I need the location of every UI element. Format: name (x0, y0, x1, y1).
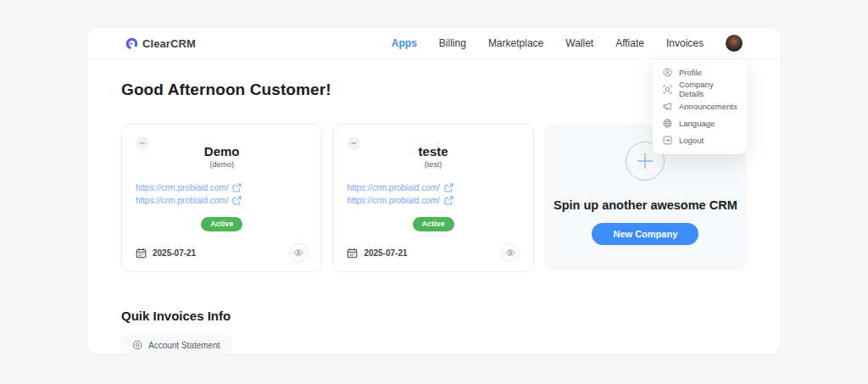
eye-icon (293, 248, 303, 258)
clearcrm-logo-icon (125, 37, 138, 50)
account-statement-label: Account Statement (148, 341, 220, 350)
card-footer: 2025-07-21 (347, 243, 519, 262)
brand-name: ClearCRM (142, 37, 196, 50)
company-url-text: https://crm.probiaid.com/ (136, 181, 228, 194)
menu-item-logout[interactable]: Logout (653, 131, 747, 148)
company-card-demo: Demo (demo) https://crm.probiaid.com/ ht… (121, 124, 322, 272)
globe-icon (663, 119, 672, 128)
menu-item-profile[interactable]: Profile (653, 64, 747, 81)
company-url-link[interactable]: https://crm.probiaid.com/ (347, 181, 519, 194)
nav-item-apps[interactable]: Apps (392, 37, 417, 49)
nav-item-affiate[interactable]: Affiate (615, 37, 644, 49)
account-statement-button[interactable]: Account Statement (121, 335, 231, 355)
invoices-section: Quik Invoices Info Account Statement (121, 309, 747, 355)
company-url-text: https://crm.probiaid.com/ (347, 181, 439, 194)
nav-item-marketplace[interactable]: Marketplace (488, 37, 543, 49)
menu-item-label: Profile (679, 68, 702, 77)
company-url-link[interactable]: https://crm.probiaid.com/ (347, 194, 519, 207)
calendar-icon (136, 248, 147, 259)
company-subtitle: (test) (347, 160, 519, 169)
app-container: ClearCRM Apps Billing Marketplace Wallet… (87, 28, 781, 354)
nav-item-billing[interactable]: Billing (439, 37, 466, 49)
company-scan-icon (663, 85, 672, 94)
logout-icon (663, 136, 672, 145)
eye-icon (505, 248, 515, 258)
view-company-button[interactable] (289, 243, 308, 262)
invoices-section-title: Quik Invoices Info (121, 309, 747, 323)
view-company-button[interactable] (501, 243, 520, 262)
company-url-link[interactable]: https://crm.probiaid.com/ (136, 181, 308, 194)
company-title: teste (347, 144, 519, 159)
nav-item-invoices[interactable]: Invoices (666, 37, 704, 49)
plus-icon (636, 152, 654, 170)
menu-item-label: Language (679, 119, 715, 128)
status-badge: Active (413, 217, 454, 231)
new-company-button[interactable]: New Company (592, 223, 698, 245)
card-date-text: 2025-07-21 (153, 248, 196, 258)
user-avatar[interactable] (726, 35, 743, 52)
status-badge: Active (201, 217, 242, 231)
external-link-icon (232, 196, 242, 205)
menu-item-announcements[interactable]: Announcements (653, 97, 747, 114)
company-links: https://crm.probiaid.com/ https://crm.pr… (347, 181, 519, 207)
company-card-teste: teste (test) https://crm.probiaid.com/ h… (332, 124, 533, 272)
menu-item-language[interactable]: Language (653, 114, 747, 131)
nav-item-wallet[interactable]: Wallet (565, 37, 593, 49)
header: ClearCRM Apps Billing Marketplace Wallet… (87, 28, 781, 59)
external-link-icon (232, 183, 242, 192)
status-row: Active (136, 214, 308, 231)
brand-logo: ClearCRM (125, 37, 196, 50)
status-row: Active (347, 214, 519, 231)
company-subtitle: (demo) (136, 160, 308, 169)
company-url-link[interactable]: https://crm.probiaid.com/ (136, 194, 308, 207)
external-link-icon (444, 196, 453, 205)
calendar-icon (347, 248, 358, 259)
card-date: 2025-07-21 (136, 248, 196, 259)
card-date-text: 2025-07-21 (364, 248, 407, 258)
user-circle-icon (663, 68, 672, 77)
company-title: Demo (136, 144, 308, 159)
eye-icon (132, 340, 142, 350)
card-footer: 2025-07-21 (136, 243, 308, 262)
megaphone-icon (663, 102, 672, 111)
menu-item-label: Logout (679, 136, 704, 145)
company-url-text: https://crm.probiaid.com/ (136, 194, 228, 207)
menu-item-company-details[interactable]: Company Details (653, 81, 747, 97)
company-links: https://crm.probiaid.com/ https://crm.pr… (136, 181, 308, 207)
card-date: 2025-07-21 (347, 248, 407, 259)
user-dropdown-menu: Profile Company Details Announcements La… (653, 59, 747, 154)
new-company-message: Spin up another awesome CRM (554, 198, 737, 212)
menu-item-label: Announcements (679, 102, 737, 111)
company-url-text: https://crm.probiaid.com/ (347, 194, 439, 207)
external-link-icon (444, 183, 453, 192)
main-nav: Apps Billing Marketplace Wallet Affiate … (392, 35, 743, 52)
company-logo-placeholder-icon (136, 136, 149, 150)
menu-item-label: Company Details (679, 80, 737, 98)
